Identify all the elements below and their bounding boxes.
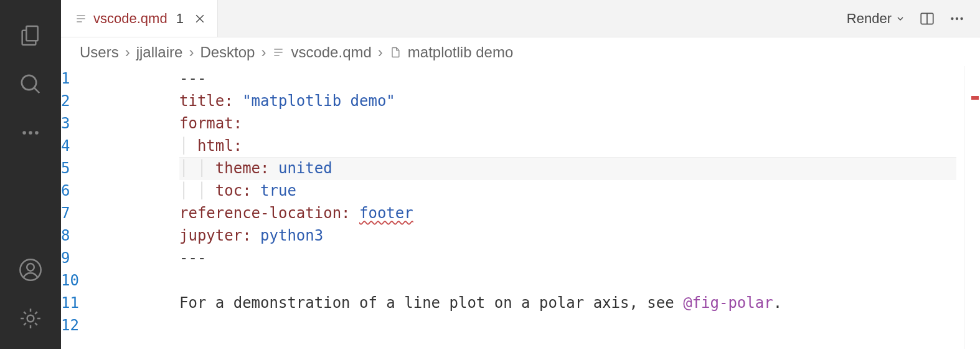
overview-ruler[interactable] [964, 66, 980, 349]
code-token: "matplotlib demo" [242, 92, 395, 110]
code-token [351, 204, 359, 222]
code-line[interactable]: │ html: [179, 135, 964, 157]
breadcrumb-segment[interactable]: matplotlib demo [408, 44, 513, 61]
indent-guide: │ [197, 160, 215, 177]
code-token: . [773, 294, 782, 312]
line-number-gutter: 123456789101112 [61, 66, 179, 349]
code-line[interactable]: format: [179, 112, 964, 135]
line-number: 7 [61, 202, 162, 224]
svg-point-5 [35, 131, 39, 135]
chevron-down-icon [895, 14, 905, 24]
breadcrumb-segment[interactable]: Users [80, 44, 119, 61]
files-icon [18, 23, 43, 48]
breadcrumb: Users › jjallaire › Desktop › vscode.qmd… [61, 37, 980, 66]
code-line[interactable] [179, 314, 964, 337]
indent-guide: │ [179, 160, 197, 177]
symbol-file-icon [389, 45, 402, 59]
svg-point-18 [960, 17, 963, 19]
code-token: title: [179, 92, 233, 110]
code-line[interactable]: --- [179, 67, 964, 90]
code-token: jupyter: [179, 227, 252, 244]
code-token [270, 160, 278, 177]
tab-modified-badge: 1 [176, 11, 184, 27]
code-line[interactable]: reference-location: footer [179, 202, 964, 224]
breadcrumb-segment[interactable]: Desktop [200, 44, 255, 61]
code-line[interactable]: │ │ theme: united [179, 157, 964, 179]
svg-line-2 [34, 88, 39, 93]
breadcrumb-segment[interactable]: vscode.qmd [291, 44, 371, 61]
line-number: 5 [61, 157, 162, 179]
code-token [233, 92, 242, 110]
code-token: footer [359, 204, 413, 222]
line-number: 2 [61, 90, 162, 112]
code-token: --- [179, 249, 206, 267]
editor[interactable]: 123456789101112 ---title: "matplotlib de… [61, 66, 980, 349]
file-lines-icon [272, 46, 285, 59]
code-line[interactable]: │ │ toc: true [179, 179, 964, 202]
activity-settings[interactable] [0, 294, 61, 343]
code-token: true [260, 182, 296, 199]
svg-point-8 [27, 315, 34, 322]
code-token: united [278, 160, 332, 177]
account-icon [18, 257, 43, 282]
code-token: toc: [215, 182, 252, 199]
split-editor-button[interactable] [919, 11, 935, 27]
more-actions-button[interactable] [949, 11, 965, 27]
activity-more[interactable] [0, 108, 61, 157]
line-number: 6 [61, 179, 162, 202]
code-token: --- [179, 70, 206, 87]
ellipsis-icon [20, 122, 41, 143]
line-number: 11 [61, 292, 162, 314]
error-marker[interactable] [971, 96, 979, 100]
tab-file[interactable]: vscode.qmd 1 [61, 0, 218, 37]
chevron-right-icon: › [378, 44, 383, 61]
chevron-right-icon: › [189, 44, 194, 61]
svg-point-17 [956, 17, 958, 19]
code-area[interactable]: ---title: "matplotlib demo"format:│ html… [179, 66, 964, 349]
code-line[interactable]: --- [179, 247, 964, 269]
line-number: 8 [61, 224, 162, 247]
svg-point-4 [29, 131, 32, 135]
ellipsis-icon [949, 11, 965, 27]
split-icon [919, 11, 935, 27]
indent-guide: │ [179, 182, 197, 199]
code-token: python3 [260, 227, 323, 244]
activity-bar [0, 0, 61, 349]
search-icon [18, 72, 43, 97]
svg-rect-0 [26, 26, 37, 41]
line-number: 9 [61, 247, 162, 269]
svg-point-3 [22, 131, 26, 135]
code-token: @fig-polar [683, 294, 773, 312]
chevron-right-icon: › [125, 44, 130, 61]
code-token [252, 182, 260, 199]
activity-search[interactable] [0, 60, 61, 108]
tab-close-button[interactable] [194, 12, 206, 25]
tab-bar: vscode.qmd 1 Render [61, 0, 980, 37]
render-label: Render [847, 11, 892, 27]
code-token [252, 227, 260, 244]
code-token: html: [197, 137, 242, 155]
code-line[interactable]: jupyter: python3 [179, 224, 964, 247]
line-number: 1 [61, 67, 162, 90]
chevron-right-icon: › [261, 44, 266, 61]
file-lines-icon [75, 12, 87, 25]
code-token: reference-location: [179, 204, 351, 222]
line-number: 4 [61, 135, 162, 157]
editor-main: vscode.qmd 1 Render Users › jjallaire › … [61, 0, 980, 349]
line-number: 3 [61, 112, 162, 135]
code-line[interactable] [179, 269, 964, 292]
code-line[interactable]: For a demonstration of a line plot on a … [179, 292, 964, 314]
code-line[interactable]: title: "matplotlib demo" [179, 90, 964, 112]
tab-filename: vscode.qmd [93, 11, 167, 27]
svg-point-16 [951, 17, 953, 19]
activity-explorer[interactable] [0, 11, 61, 60]
line-number: 12 [61, 314, 162, 337]
render-button[interactable]: Render [847, 11, 905, 27]
svg-point-7 [27, 264, 34, 271]
code-token: theme: [215, 160, 270, 177]
code-token: For a demonstration of a line plot on a … [179, 294, 683, 312]
activity-account[interactable] [0, 246, 61, 294]
breadcrumb-segment[interactable]: jjallaire [136, 44, 183, 61]
indent-guide: │ [197, 182, 215, 199]
line-number: 10 [61, 269, 162, 292]
